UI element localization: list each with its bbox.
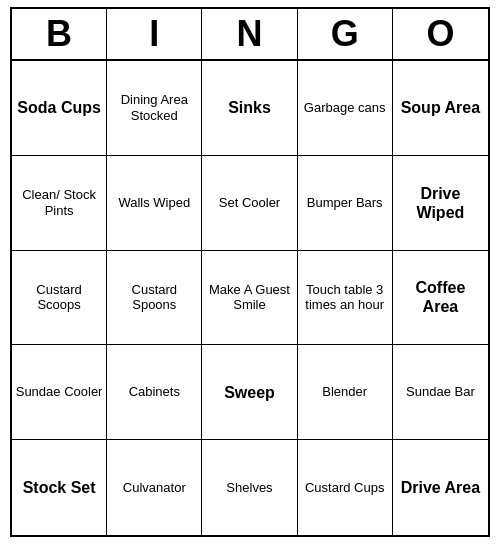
bingo-letter-N: N bbox=[202, 9, 297, 59]
bingo-card: BINGO Soda CupsDining Area StockedSinksG… bbox=[10, 7, 490, 537]
bingo-cell-1: Dining Area Stocked bbox=[107, 61, 202, 156]
bingo-header: BINGO bbox=[12, 9, 488, 61]
bingo-cell-11: Custard Spoons bbox=[107, 251, 202, 346]
bingo-cell-7: Set Cooler bbox=[202, 156, 297, 251]
bingo-cell-5: Clean/ Stock Pints bbox=[12, 156, 107, 251]
bingo-cell-24: Drive Area bbox=[393, 440, 488, 535]
bingo-cell-14: Coffee Area bbox=[393, 251, 488, 346]
bingo-cell-3: Garbage cans bbox=[298, 61, 393, 156]
bingo-cell-4: Soup Area bbox=[393, 61, 488, 156]
bingo-cell-15: Sundae Cooler bbox=[12, 345, 107, 440]
bingo-cell-2: Sinks bbox=[202, 61, 297, 156]
bingo-cell-8: Bumper Bars bbox=[298, 156, 393, 251]
bingo-letter-O: O bbox=[393, 9, 488, 59]
bingo-letter-I: I bbox=[107, 9, 202, 59]
bingo-letter-G: G bbox=[298, 9, 393, 59]
bingo-cell-13: Touch table 3 times an hour bbox=[298, 251, 393, 346]
bingo-cell-16: Cabinets bbox=[107, 345, 202, 440]
bingo-cell-18: Blender bbox=[298, 345, 393, 440]
bingo-cell-17: Sweep bbox=[202, 345, 297, 440]
bingo-cell-22: Shelves bbox=[202, 440, 297, 535]
bingo-cell-10: Custard Scoops bbox=[12, 251, 107, 346]
bingo-letter-B: B bbox=[12, 9, 107, 59]
bingo-cell-20: Stock Set bbox=[12, 440, 107, 535]
bingo-cell-23: Custard Cups bbox=[298, 440, 393, 535]
bingo-cell-0: Soda Cups bbox=[12, 61, 107, 156]
bingo-grid: Soda CupsDining Area StockedSinksGarbage… bbox=[12, 61, 488, 535]
bingo-cell-6: Walls Wiped bbox=[107, 156, 202, 251]
bingo-cell-21: Culvanator bbox=[107, 440, 202, 535]
bingo-cell-12: Make A Guest Smile bbox=[202, 251, 297, 346]
bingo-cell-19: Sundae Bar bbox=[393, 345, 488, 440]
bingo-cell-9: Drive Wiped bbox=[393, 156, 488, 251]
